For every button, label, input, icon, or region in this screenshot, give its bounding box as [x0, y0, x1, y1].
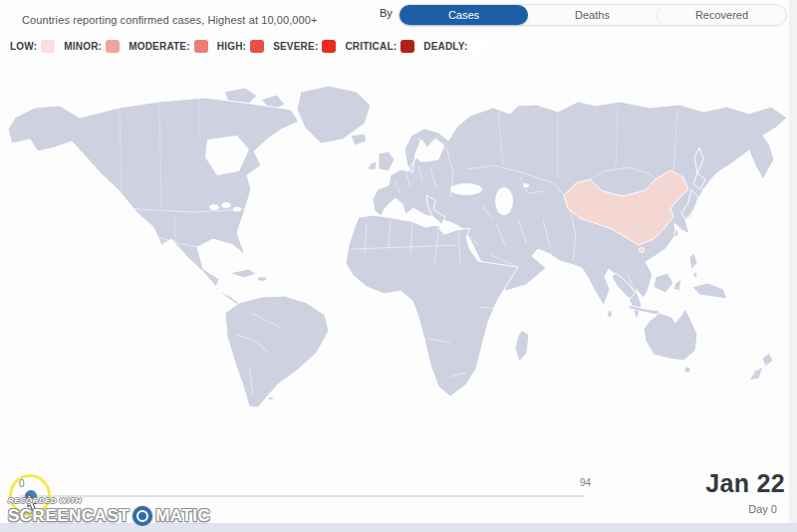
watermark-brand-right: MATIC — [155, 506, 210, 526]
legend-label: CRITICAL: — [345, 41, 397, 52]
legend-swatch-minor — [106, 40, 120, 53]
legend-label: MODERATE: — [129, 41, 190, 52]
legend-item-high: HIGH: — [217, 40, 264, 53]
tab-recovered[interactable]: Recovered — [657, 5, 786, 25]
legend-item-minor: MINOR: — [64, 40, 120, 53]
legend-item-severe: SEVERE: — [273, 40, 336, 53]
legend-item-low: LOW: — [10, 40, 55, 53]
legend-swatch-deadly — [471, 40, 485, 53]
legend-label: DEADLY: — [423, 41, 467, 52]
screencast-watermark: RECORDED WITH SCREENCAST MATIC — [8, 496, 210, 526]
legend-label: LOW: — [10, 41, 37, 52]
severity-legend: LOW: MINOR: MODERATE: HIGH: SEVERE: CRIT… — [10, 39, 494, 54]
screencast-o-matic-logo-icon — [133, 506, 152, 526]
legend-swatch-moderate — [194, 40, 208, 53]
legend-item-moderate: MODERATE: — [129, 40, 208, 53]
scrollbar-track[interactable] — [789, 0, 797, 532]
legend-label: SEVERE: — [273, 41, 318, 52]
legend-swatch-low — [41, 40, 55, 53]
tab-cases[interactable]: Cases — [399, 5, 528, 25]
watermark-brand-left: SCREENCAST — [8, 506, 130, 526]
legend-label: MINOR: — [64, 41, 102, 52]
watermark-brand: SCREENCAST MATIC — [8, 506, 210, 526]
day-counter: Day 0 — [748, 503, 777, 515]
current-date: Jan 22 — [705, 469, 785, 498]
page-title: Countries reporting confirmed cases, Hig… — [22, 14, 318, 26]
legend-item-deadly: DEADLY: — [423, 40, 485, 53]
world-map[interactable] — [0, 78, 797, 476]
countries-layer[interactable] — [8, 86, 787, 407]
timeline-max-label: 94 — [580, 477, 591, 488]
legend-item-critical: CRITICAL: — [345, 40, 414, 53]
legend-swatch-severe — [322, 40, 336, 53]
by-label: By — [380, 7, 393, 19]
legend-label: HIGH: — [217, 41, 246, 52]
metric-tab-group: Cases Deaths Recovered — [398, 4, 787, 26]
legend-swatch-high — [250, 40, 264, 53]
legend-swatch-critical — [400, 40, 414, 53]
watermark-recorded-with: RECORDED WITH — [8, 496, 210, 505]
tab-deaths[interactable]: Deaths — [528, 5, 657, 25]
